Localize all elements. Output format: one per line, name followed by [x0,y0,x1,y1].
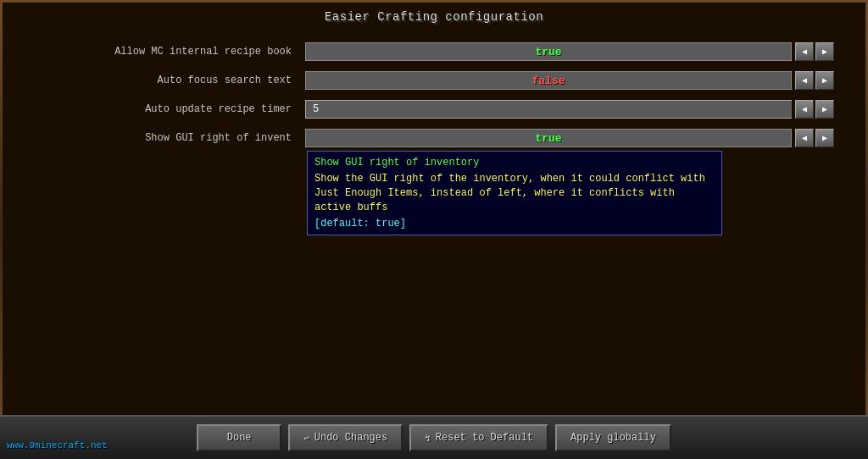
arrow-right-show-gui[interactable]: ▶ [815,129,834,147]
label-auto-focus: Auto focus search text [34,75,305,86]
footer: www.9minecraft.net Done ↩ Undo Changes ↯… [0,415,868,459]
undo-icon: ↩ [303,433,309,444]
tooltip-title: Show GUI right of inventory [314,157,715,169]
control-allow-recipe-book[interactable]: true [305,42,792,61]
reset-icon: ↯ [425,433,431,444]
page-title: Easier Crafting configuration [0,0,868,32]
undo-button[interactable]: ↩ Undo Changes [288,424,403,451]
arrows-auto-focus: ◀ ▶ [795,71,834,90]
arrow-left-allow-recipe-book[interactable]: ◀ [795,42,814,61]
arrows-allow-recipe-book: ◀ ▶ [795,42,834,61]
label-show-gui: Show GUI right of invent [34,132,305,144]
control-auto-update[interactable]: 5 [305,100,792,119]
arrow-left-auto-update[interactable]: ◀ [795,100,814,119]
tooltip: Show GUI right of inventory Show the GUI… [307,151,722,235]
value-auto-focus: false [531,75,565,87]
arrows-show-gui: ◀ ▶ [795,129,834,147]
value-allow-recipe-book: true [535,46,561,58]
arrows-auto-update: ◀ ▶ [795,100,834,119]
reset-button[interactable]: ↯ Reset to Default [409,424,548,451]
config-row-auto-update: Auto update recipe timer 5 ◀ ▶ [34,97,834,122]
reset-label: Reset to Default [436,432,533,444]
undo-label: Undo Changes [314,432,387,444]
control-show-gui[interactable]: true [305,129,792,147]
done-button[interactable]: Done [197,424,281,451]
config-row-show-gui: Show GUI right of invent true ◀ ▶ Show G… [34,125,834,151]
label-auto-update: Auto update recipe timer [34,103,305,115]
value-auto-update: 5 [313,103,319,115]
apply-globally-button[interactable]: Apply globally [555,424,671,451]
watermark: www.9minecraft.net [7,440,108,451]
control-auto-focus[interactable]: false [305,71,792,90]
value-show-gui: true [535,132,561,145]
arrow-left-auto-focus[interactable]: ◀ [795,71,814,90]
tooltip-default: [default: true] [314,218,715,230]
tooltip-description: Show the GUI right of the inventory, whe… [314,172,715,214]
label-allow-recipe-book: Allow MC internal recipe book [34,46,305,58]
config-row-auto-focus: Auto focus search text false ◀ ▶ [34,68,834,93]
arrow-left-show-gui[interactable]: ◀ [795,129,814,147]
arrow-right-allow-recipe-book[interactable]: ▶ [815,42,834,61]
arrow-right-auto-focus[interactable]: ▶ [815,71,834,90]
arrow-right-auto-update[interactable]: ▶ [815,100,834,119]
config-row-allow-recipe-book: Allow MC internal recipe book true ◀ ▶ [34,39,834,64]
